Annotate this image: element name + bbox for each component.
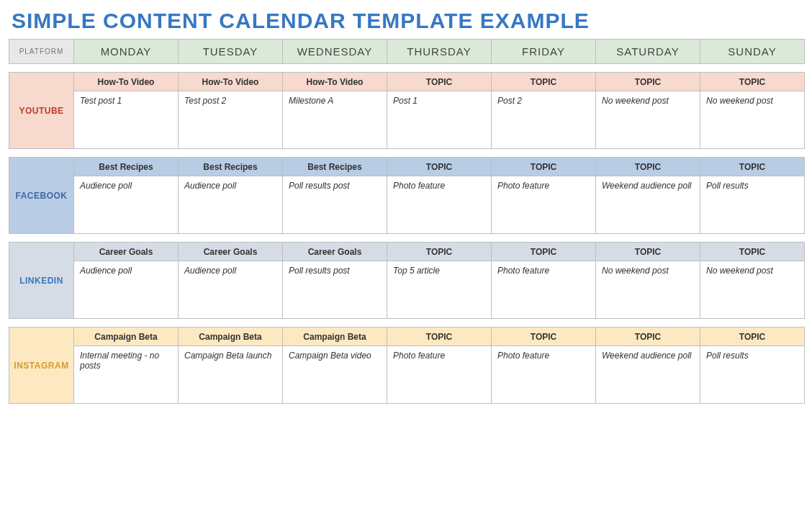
content-cell: Top 5 article — [387, 261, 492, 319]
topic-cell: TOPIC — [700, 243, 805, 261]
content-cell: Photo feature — [492, 176, 596, 234]
content-cell: Poll results post — [283, 176, 387, 234]
day-header: SUNDAY — [700, 40, 805, 64]
platform-block-youtube: YOUTUBE How-To Video How-To Video How-To… — [9, 73, 805, 149]
day-header: FRIDAY — [492, 40, 596, 64]
day-header: MONDAY — [74, 40, 179, 64]
content-cell: Campaign Beta launch — [179, 346, 283, 404]
topic-cell: TOPIC — [492, 243, 596, 261]
day-header-row: PLATFORM MONDAY TUESDAY WEDNESDAY THURSD… — [9, 40, 805, 64]
day-header: WEDNESDAY — [283, 40, 387, 64]
topic-cell: TOPIC — [492, 158, 596, 176]
content-cell: Photo feature — [492, 261, 596, 319]
content-cell: No weekend post — [700, 261, 805, 319]
day-header: SATURDAY — [596, 40, 700, 64]
platform-header-label: PLATFORM — [9, 40, 74, 64]
content-cell: Milestone A — [283, 91, 387, 149]
topic-cell: TOPIC — [596, 158, 700, 176]
content-cell: No weekend post — [700, 91, 805, 149]
topic-cell: TOPIC — [492, 73, 596, 91]
topic-cell: TOPIC — [387, 243, 492, 261]
platform-block-instagram: INSTAGRAM Campaign Beta Campaign Beta Ca… — [9, 327, 805, 404]
content-cell: Audience poll — [74, 176, 179, 234]
content-cell: Weekend audience poll — [596, 346, 700, 404]
day-header: TUESDAY — [179, 40, 283, 64]
topic-cell: Best Recipes — [283, 158, 387, 176]
topic-cell: How-To Video — [74, 73, 179, 91]
content-cell: Weekend audience poll — [596, 176, 700, 234]
content-cell: Internal meeting - no posts — [74, 346, 179, 404]
platform-label: LINKEDIN — [9, 243, 74, 319]
topic-cell: Campaign Beta — [74, 327, 179, 346]
content-cell: Campaign Beta video — [283, 346, 387, 404]
platform-label: FACEBOOK — [9, 158, 74, 234]
topic-cell: Career Goals — [283, 243, 387, 261]
topic-cell: How-To Video — [179, 73, 283, 91]
topic-cell: Campaign Beta — [179, 327, 283, 346]
topic-cell: TOPIC — [387, 73, 492, 91]
page-title: SIMPLE CONTENT CALENDAR TEMPLATE EXAMPLE — [12, 9, 803, 33]
topic-cell: TOPIC — [700, 327, 805, 346]
content-cell: Audience poll — [74, 261, 179, 319]
platform-label: YOUTUBE — [9, 73, 74, 149]
calendar-table: PLATFORM MONDAY TUESDAY WEDNESDAY THURSD… — [9, 39, 805, 404]
topic-cell: TOPIC — [387, 158, 492, 176]
topic-cell: TOPIC — [596, 243, 700, 261]
content-cell: Photo feature — [387, 176, 492, 234]
topic-cell: TOPIC — [700, 73, 805, 91]
content-cell: Audience poll — [179, 261, 283, 319]
content-cell: Photo feature — [387, 346, 492, 404]
topic-cell: TOPIC — [596, 73, 700, 91]
content-cell: Poll results — [700, 346, 805, 404]
platform-block-facebook: FACEBOOK Best Recipes Best Recipes Best … — [9, 158, 805, 234]
content-cell: No weekend post — [596, 261, 700, 319]
topic-cell: Best Recipes — [74, 158, 179, 176]
topic-cell: TOPIC — [492, 327, 596, 346]
content-cell: Poll results post — [283, 261, 387, 319]
content-cell: Photo feature — [492, 346, 596, 404]
content-cell: Audience poll — [179, 176, 283, 234]
day-header: THURSDAY — [387, 40, 492, 64]
platform-block-linkedin: LINKEDIN Career Goals Career Goals Caree… — [9, 243, 805, 319]
content-cell: Post 2 — [492, 91, 596, 149]
topic-cell: Best Recipes — [179, 158, 283, 176]
content-cell: Test post 1 — [74, 91, 179, 149]
content-cell: Post 1 — [387, 91, 492, 149]
platform-label: INSTAGRAM — [9, 327, 74, 404]
topic-cell: TOPIC — [387, 327, 492, 346]
topic-cell: TOPIC — [596, 327, 700, 346]
content-cell: Test post 2 — [179, 91, 283, 149]
content-cell: No weekend post — [596, 91, 700, 149]
topic-cell: Career Goals — [179, 243, 283, 261]
content-cell: Poll results — [700, 176, 805, 234]
topic-cell: Career Goals — [74, 243, 179, 261]
topic-cell: TOPIC — [700, 158, 805, 176]
topic-cell: Campaign Beta — [283, 327, 387, 346]
topic-cell: How-To Video — [283, 73, 387, 91]
